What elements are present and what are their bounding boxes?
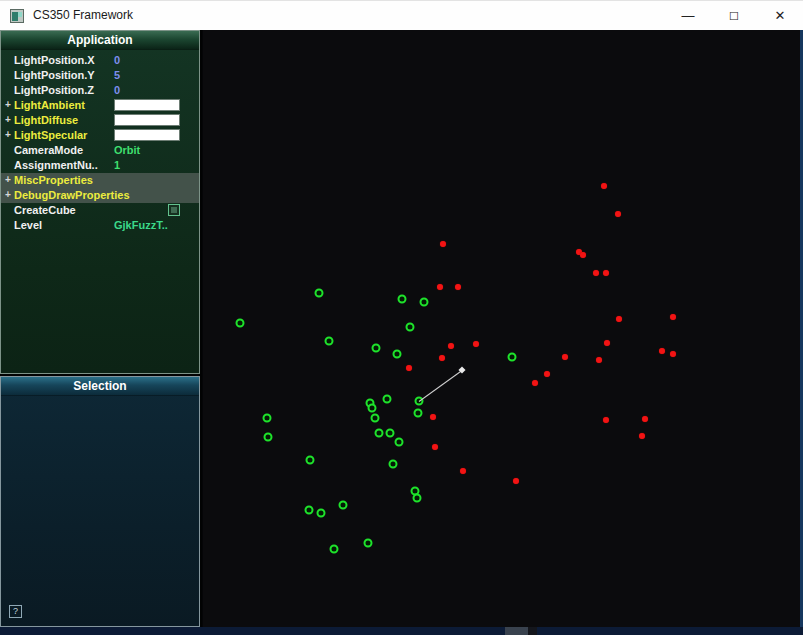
- application-panel-header: Application: [1, 31, 199, 50]
- scene-point-red[interactable]: [604, 340, 610, 346]
- scene-point-green[interactable]: [306, 456, 315, 465]
- scene-point-red[interactable]: [670, 314, 676, 320]
- property-row-lightambient[interactable]: +LightAmbient: [1, 98, 199, 113]
- property-row-lightposition-x[interactable]: LightPosition.X0: [1, 53, 199, 68]
- property-label: LightAmbient: [14, 99, 85, 111]
- taskbar-item-shadow: [528, 627, 537, 635]
- scene-point-green[interactable]: [393, 350, 402, 359]
- property-row-miscproperties[interactable]: +MiscProperties: [1, 173, 199, 188]
- property-row-assignmentnu[interactable]: AssignmentNu..1: [1, 158, 199, 173]
- scene-point-red[interactable]: [580, 252, 586, 258]
- property-value[interactable]: GjkFuzzT..: [114, 219, 168, 231]
- property-row-lightposition-z[interactable]: LightPosition.Z0: [1, 83, 199, 98]
- scene-point-green[interactable]: [375, 429, 384, 438]
- scene-point-red[interactable]: [473, 341, 479, 347]
- property-input[interactable]: [114, 114, 180, 126]
- property-label: LightDiffuse: [14, 114, 78, 126]
- scene-point-red[interactable]: [639, 433, 645, 439]
- property-row-createcube[interactable]: CreateCube: [1, 203, 199, 218]
- property-label: LightPosition.X: [14, 54, 95, 66]
- property-row-debugdrawproperties[interactable]: +DebugDrawProperties: [1, 188, 199, 203]
- scene-point-red[interactable]: [460, 468, 466, 474]
- sidebar: Application LightPosition.X0LightPositio…: [0, 30, 202, 627]
- scene-point-red[interactable]: [596, 357, 602, 363]
- scene-point-green[interactable]: [325, 337, 334, 346]
- scene-point-green[interactable]: [383, 395, 392, 404]
- scene-point-red[interactable]: [642, 416, 648, 422]
- scene-point-green[interactable]: [508, 353, 517, 362]
- scene-point-red[interactable]: [616, 316, 622, 322]
- scene-point-red[interactable]: [455, 284, 461, 290]
- property-value[interactable]: 5: [114, 69, 120, 81]
- scene-point-green[interactable]: [414, 409, 423, 418]
- property-input[interactable]: [114, 99, 180, 111]
- scene-viewport[interactable]: [203, 30, 803, 627]
- property-label: LightPosition.Z: [14, 84, 94, 96]
- expand-icon[interactable]: +: [5, 174, 11, 185]
- scene-point-green[interactable]: [368, 404, 377, 413]
- expand-icon[interactable]: +: [5, 129, 11, 140]
- scene-point-green[interactable]: [420, 298, 429, 307]
- scene-point-green[interactable]: [386, 429, 395, 438]
- scene-point-green[interactable]: [330, 545, 339, 554]
- property-value[interactable]: 0: [114, 54, 120, 66]
- scene-point-green[interactable]: [339, 501, 348, 510]
- property-checkbox[interactable]: [168, 204, 180, 216]
- scene-point-red[interactable]: [659, 348, 665, 354]
- scene-point-red[interactable]: [448, 343, 454, 349]
- scene-point-green[interactable]: [236, 319, 245, 328]
- app-icon: [10, 9, 24, 23]
- property-row-lightspecular[interactable]: +LightSpecular: [1, 128, 199, 143]
- property-label: Level: [14, 219, 42, 231]
- expand-icon[interactable]: +: [5, 189, 11, 200]
- expand-icon[interactable]: +: [5, 99, 11, 110]
- minimize-button[interactable]: —: [665, 1, 711, 31]
- scene-point-green[interactable]: [413, 494, 422, 503]
- scene-point-green[interactable]: [395, 438, 404, 447]
- property-row-lightposition-y[interactable]: LightPosition.Y5: [1, 68, 199, 83]
- scene-point-green[interactable]: [389, 460, 398, 469]
- scene-point-green[interactable]: [305, 506, 314, 515]
- scene-point-red[interactable]: [603, 270, 609, 276]
- scene-point-green[interactable]: [315, 289, 324, 298]
- scene-point-red[interactable]: [562, 354, 568, 360]
- scene-point-red[interactable]: [430, 414, 436, 420]
- property-row-level[interactable]: LevelGjkFuzzT..: [1, 218, 199, 233]
- scene-point-green[interactable]: [264, 433, 273, 442]
- scene-point-red[interactable]: [432, 444, 438, 450]
- scene-point-red[interactable]: [593, 270, 599, 276]
- scene-point-green[interactable]: [406, 323, 415, 332]
- scene-point-red[interactable]: [406, 365, 412, 371]
- scene-point-green[interactable]: [371, 414, 380, 423]
- property-input[interactable]: [114, 129, 180, 141]
- property-label: AssignmentNu..: [14, 159, 98, 171]
- scene-point-red[interactable]: [513, 478, 519, 484]
- scene-point-red[interactable]: [437, 284, 443, 290]
- scene-point-green[interactable]: [372, 344, 381, 353]
- scene-point-red[interactable]: [615, 211, 621, 217]
- scene-point-red[interactable]: [601, 183, 607, 189]
- scene-point-red[interactable]: [603, 417, 609, 423]
- property-label: LightSpecular: [14, 129, 87, 141]
- scene-point-red[interactable]: [440, 241, 446, 247]
- scene-point-red[interactable]: [544, 371, 550, 377]
- close-button[interactable]: ✕: [757, 1, 803, 31]
- property-label: MiscProperties: [14, 174, 93, 186]
- property-value[interactable]: 0: [114, 84, 120, 96]
- scene-point-green[interactable]: [263, 414, 272, 423]
- scene-point-red[interactable]: [439, 355, 445, 361]
- property-label: CameraMode: [14, 144, 83, 156]
- help-icon[interactable]: ?: [9, 605, 22, 618]
- property-value[interactable]: Orbit: [114, 144, 140, 156]
- scene-point-green[interactable]: [317, 509, 326, 518]
- scene-point-red[interactable]: [532, 380, 538, 386]
- application-panel: Application LightPosition.X0LightPositio…: [0, 30, 200, 374]
- expand-icon[interactable]: +: [5, 114, 11, 125]
- scene-point-red[interactable]: [670, 351, 676, 357]
- property-row-cameramode[interactable]: CameraModeOrbit: [1, 143, 199, 158]
- property-row-lightdiffuse[interactable]: +LightDiffuse: [1, 113, 199, 128]
- scene-point-green[interactable]: [364, 539, 373, 548]
- scene-point-green[interactable]: [398, 295, 407, 304]
- property-value[interactable]: 1: [114, 159, 120, 171]
- maximize-button[interactable]: ☐: [711, 1, 757, 31]
